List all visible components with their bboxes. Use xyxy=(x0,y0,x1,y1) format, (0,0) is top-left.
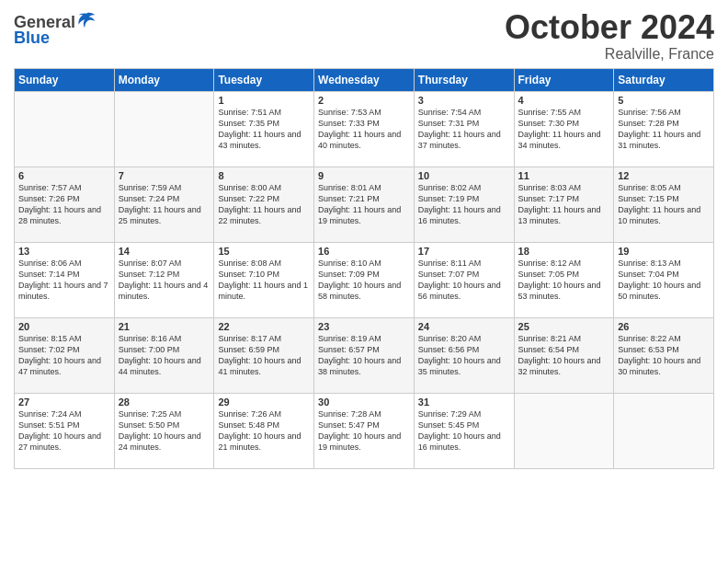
day-number: 11 xyxy=(518,170,610,181)
table-row: 23Sunrise: 8:19 AMSunset: 6:57 PMDayligh… xyxy=(314,317,415,393)
day-details: Sunrise: 7:26 AMSunset: 5:48 PMDaylight:… xyxy=(218,408,310,454)
table-row: 12Sunrise: 8:05 AMSunset: 7:15 PMDayligh… xyxy=(614,167,714,242)
day-number: 13 xyxy=(18,246,110,257)
day-details: Sunrise: 8:06 AMSunset: 7:14 PMDaylight:… xyxy=(18,258,110,303)
col-tuesday: Tuesday xyxy=(214,68,314,91)
col-saturday: Saturday xyxy=(614,68,714,91)
day-number: 21 xyxy=(119,321,210,332)
table-row: 24Sunrise: 8:20 AMSunset: 6:56 PMDayligh… xyxy=(414,317,514,393)
col-monday: Monday xyxy=(114,68,214,91)
calendar-week-row: 20Sunrise: 8:15 AMSunset: 7:02 PMDayligh… xyxy=(15,317,714,393)
table-row xyxy=(114,91,214,167)
table-row: 26Sunrise: 8:22 AMSunset: 6:53 PMDayligh… xyxy=(614,317,714,393)
page-container: General Blue October 2024 Realville, Fra… xyxy=(0,0,728,474)
col-sunday: Sunday xyxy=(15,68,115,91)
location: Realville, France xyxy=(505,46,714,63)
table-row: 22Sunrise: 8:17 AMSunset: 6:59 PMDayligh… xyxy=(214,317,314,393)
day-details: Sunrise: 7:29 AMSunset: 5:45 PMDaylight:… xyxy=(418,408,510,454)
table-row: 28Sunrise: 7:25 AMSunset: 5:50 PMDayligh… xyxy=(114,393,214,468)
month-title: October 2024 xyxy=(505,9,714,46)
calendar-header-row: Sunday Monday Tuesday Wednesday Thursday… xyxy=(15,68,714,91)
table-row: 7Sunrise: 7:59 AMSunset: 7:24 PMDaylight… xyxy=(114,167,214,242)
day-details: Sunrise: 8:08 AMSunset: 7:10 PMDaylight:… xyxy=(218,258,310,303)
day-number: 5 xyxy=(618,95,710,106)
table-row: 1Sunrise: 7:51 AMSunset: 7:35 PMDaylight… xyxy=(214,91,314,167)
day-details: Sunrise: 7:57 AMSunset: 7:26 PMDaylight:… xyxy=(18,182,110,227)
calendar-week-row: 27Sunrise: 7:24 AMSunset: 5:51 PMDayligh… xyxy=(15,393,714,468)
day-details: Sunrise: 8:17 AMSunset: 6:59 PMDaylight:… xyxy=(218,333,310,378)
table-row: 5Sunrise: 7:56 AMSunset: 7:28 PMDaylight… xyxy=(614,91,714,167)
table-row: 25Sunrise: 8:21 AMSunset: 6:54 PMDayligh… xyxy=(514,317,614,393)
table-row: 15Sunrise: 8:08 AMSunset: 7:10 PMDayligh… xyxy=(214,242,314,317)
table-row xyxy=(614,393,714,468)
table-row xyxy=(514,393,614,468)
day-details: Sunrise: 7:28 AMSunset: 5:47 PMDaylight:… xyxy=(318,408,410,454)
day-details: Sunrise: 8:07 AMSunset: 7:12 PMDaylight:… xyxy=(119,258,210,303)
day-number: 24 xyxy=(418,321,510,332)
day-number: 16 xyxy=(318,246,410,257)
table-row: 18Sunrise: 8:12 AMSunset: 7:05 PMDayligh… xyxy=(514,242,614,317)
day-number: 22 xyxy=(218,321,310,332)
day-number: 26 xyxy=(618,321,710,332)
day-number: 17 xyxy=(418,246,510,257)
day-details: Sunrise: 8:12 AMSunset: 7:05 PMDaylight:… xyxy=(518,258,610,303)
calendar-week-row: 6Sunrise: 7:57 AMSunset: 7:26 PMDaylight… xyxy=(15,167,714,242)
table-row: 13Sunrise: 8:06 AMSunset: 7:14 PMDayligh… xyxy=(15,242,115,317)
day-number: 29 xyxy=(218,396,310,408)
table-row: 6Sunrise: 7:57 AMSunset: 7:26 PMDaylight… xyxy=(15,167,115,242)
calendar-table: Sunday Monday Tuesday Wednesday Thursday… xyxy=(14,68,714,469)
logo: General Blue xyxy=(14,13,97,48)
table-row: 19Sunrise: 8:13 AMSunset: 7:04 PMDayligh… xyxy=(614,242,714,317)
day-number: 6 xyxy=(18,170,110,181)
day-details: Sunrise: 7:25 AMSunset: 5:50 PMDaylight:… xyxy=(119,408,210,454)
day-details: Sunrise: 8:02 AMSunset: 7:19 PMDaylight:… xyxy=(418,182,510,227)
day-number: 3 xyxy=(418,95,510,106)
title-block: October 2024 Realville, France xyxy=(505,9,714,63)
day-details: Sunrise: 7:54 AMSunset: 7:31 PMDaylight:… xyxy=(418,107,510,152)
table-row: 30Sunrise: 7:28 AMSunset: 5:47 PMDayligh… xyxy=(314,393,415,468)
day-number: 2 xyxy=(318,95,410,106)
col-wednesday: Wednesday xyxy=(314,68,415,91)
day-details: Sunrise: 8:15 AMSunset: 7:02 PMDaylight:… xyxy=(18,333,110,378)
day-number: 27 xyxy=(18,396,110,408)
table-row: 16Sunrise: 8:10 AMSunset: 7:09 PMDayligh… xyxy=(314,242,415,317)
day-details: Sunrise: 8:13 AMSunset: 7:04 PMDaylight:… xyxy=(618,258,710,303)
calendar-week-row: 13Sunrise: 8:06 AMSunset: 7:14 PMDayligh… xyxy=(15,242,714,317)
day-details: Sunrise: 8:00 AMSunset: 7:22 PMDaylight:… xyxy=(218,182,310,227)
day-details: Sunrise: 7:24 AMSunset: 5:51 PMDaylight:… xyxy=(18,408,110,454)
day-number: 15 xyxy=(218,246,310,257)
day-details: Sunrise: 8:10 AMSunset: 7:09 PMDaylight:… xyxy=(318,258,410,303)
day-details: Sunrise: 8:16 AMSunset: 7:00 PMDaylight:… xyxy=(119,333,210,378)
day-details: Sunrise: 8:11 AMSunset: 7:07 PMDaylight:… xyxy=(418,258,510,303)
day-details: Sunrise: 8:22 AMSunset: 6:53 PMDaylight:… xyxy=(618,333,710,378)
day-number: 25 xyxy=(518,321,610,332)
day-number: 30 xyxy=(318,396,410,408)
day-number: 9 xyxy=(318,170,410,181)
table-row: 3Sunrise: 7:54 AMSunset: 7:31 PMDaylight… xyxy=(414,91,514,167)
day-number: 20 xyxy=(18,321,110,332)
table-row: 10Sunrise: 8:02 AMSunset: 7:19 PMDayligh… xyxy=(414,167,514,242)
day-details: Sunrise: 7:59 AMSunset: 7:24 PMDaylight:… xyxy=(119,182,210,227)
table-row: 29Sunrise: 7:26 AMSunset: 5:48 PMDayligh… xyxy=(214,393,314,468)
day-number: 14 xyxy=(119,246,210,257)
day-number: 28 xyxy=(119,396,210,408)
day-number: 19 xyxy=(618,246,710,257)
day-number: 31 xyxy=(418,396,510,408)
table-row: 4Sunrise: 7:55 AMSunset: 7:30 PMDaylight… xyxy=(514,91,614,167)
day-number: 7 xyxy=(119,170,210,181)
day-number: 18 xyxy=(518,246,610,257)
day-number: 1 xyxy=(218,95,310,106)
day-details: Sunrise: 8:03 AMSunset: 7:17 PMDaylight:… xyxy=(518,182,610,227)
table-row: 11Sunrise: 8:03 AMSunset: 7:17 PMDayligh… xyxy=(514,167,614,242)
day-details: Sunrise: 8:19 AMSunset: 6:57 PMDaylight:… xyxy=(318,333,410,378)
day-details: Sunrise: 7:56 AMSunset: 7:28 PMDaylight:… xyxy=(618,107,710,152)
day-details: Sunrise: 7:55 AMSunset: 7:30 PMDaylight:… xyxy=(518,107,610,152)
day-number: 12 xyxy=(618,170,710,181)
table-row: 9Sunrise: 8:01 AMSunset: 7:21 PMDaylight… xyxy=(314,167,415,242)
table-row: 14Sunrise: 8:07 AMSunset: 7:12 PMDayligh… xyxy=(114,242,214,317)
calendar-week-row: 1Sunrise: 7:51 AMSunset: 7:35 PMDaylight… xyxy=(15,91,714,167)
day-number: 4 xyxy=(518,95,610,106)
day-details: Sunrise: 8:20 AMSunset: 6:56 PMDaylight:… xyxy=(418,333,510,378)
day-number: 8 xyxy=(218,170,310,181)
table-row xyxy=(15,91,115,167)
